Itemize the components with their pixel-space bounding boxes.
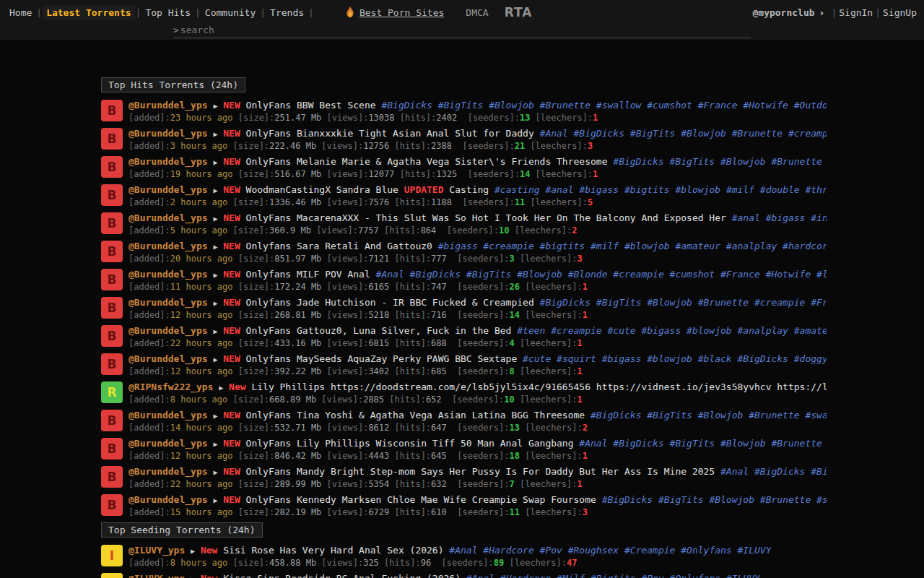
- channel-avatar[interactable]: B: [101, 156, 123, 178]
- hits-value: 777: [431, 254, 447, 264]
- hashtags[interactable]: #casting #anal #bigass #bigtits #blowjob…: [494, 184, 827, 195]
- torrent-title[interactable]: OnlyFans Gattouz0, Luna Silver, Fuck in …: [246, 325, 512, 336]
- hashtags[interactable]: #BigDicks #BigTits #Blowjob #Brunette #s…: [613, 156, 827, 167]
- added-value: 5 hours ago: [170, 225, 227, 236]
- channel-link[interactable]: @Burunddel_yps: [128, 410, 208, 420]
- views-value: 12756: [363, 141, 389, 151]
- channel-avatar[interactable]: B: [101, 438, 123, 460]
- channel-link[interactable]: @Burunddel_yps: [128, 128, 208, 139]
- hashtags[interactable]: #bigass #creampie #bigtits #milf #blowjo…: [438, 241, 827, 251]
- channel-avatar[interactable]: R: [101, 381, 123, 403]
- hashtags[interactable]: #teen #creampie #cute #bigass #blowjob #…: [517, 325, 827, 336]
- channel-avatar[interactable]: B: [101, 100, 123, 121]
- menu-item-top-hits[interactable]: Top Hits: [141, 6, 194, 20]
- channel-avatar[interactable]: B: [101, 325, 123, 347]
- channel-link[interactable]: @Burunddel_yps: [128, 156, 208, 167]
- hashtags[interactable]: #Anal #BigDicks #BigTits #Blowjob #Brune…: [579, 438, 827, 449]
- views-label: [views]:: [327, 197, 369, 207]
- channel-link[interactable]: @Burunddel_yps: [128, 438, 208, 449]
- channel-avatar[interactable]: B: [101, 297, 123, 319]
- torrent-title[interactable]: Kissa Sins Roadside BG Anal Fucking (202…: [223, 573, 461, 578]
- torrent-title[interactable]: Onlyfans MaySeeds AquaZay Perky PAWG BBC…: [246, 353, 518, 364]
- account-name[interactable]: @mypornclub: [752, 7, 814, 18]
- torrent-title[interactable]: OnlyFans Lily Phillips Wisconsin Tiff 50…: [246, 438, 574, 449]
- torrent-title[interactable]: OnlyFans Melanie Marie & Agatha Vega Sis…: [246, 156, 608, 167]
- dmca-link[interactable]: DMCA: [466, 7, 488, 18]
- channel-link[interactable]: @ILUVY_yps: [128, 573, 185, 578]
- channel-avatar[interactable]: B: [101, 184, 123, 206]
- channel-link[interactable]: @Burunddel_yps: [128, 212, 208, 223]
- views-value: 7757: [358, 225, 379, 236]
- best-porn-sites-link[interactable]: Best Porn Sites: [359, 7, 444, 18]
- hashtags[interactable]: #Anal #Hardcore #Milf #Bigtits #Pov #Onl…: [466, 573, 760, 578]
- torrent-title[interactable]: Onlyfans Jade Hutchison - IR BBC Fucked …: [246, 297, 534, 308]
- channel-avatar[interactable]: B: [101, 353, 123, 375]
- torrent-title[interactable]: OnlyFans Mandy Bright Step-mom Says Her …: [246, 466, 715, 477]
- torrent-row: I @ILUVY_yps ▶ New Sisi Rose Has Very Ha…: [101, 545, 827, 568]
- torrent-row-body: @ILUVY_yps ▶ New Sisi Rose Has Very Hard…: [128, 545, 771, 568]
- torrent-title[interactable]: OnlyFans Tina Yoshi & Agatha Vega Asian …: [246, 410, 585, 420]
- new-badge: NEW: [223, 325, 240, 336]
- hashtags[interactable]: #Anal #BigDicks #BigTits #Blowjob #Blond…: [376, 269, 827, 280]
- new-badge: NEW: [223, 410, 240, 420]
- channel-avatar[interactable]: B: [101, 466, 123, 488]
- menu-item-latest-torrents[interactable]: Latest Torrents: [43, 6, 134, 20]
- hashtags[interactable]: #BigDicks #BigTits #Blowjob #Brunette #s…: [602, 494, 827, 505]
- torrent-title[interactable]: Onlyfans MILF POV Anal: [246, 269, 370, 280]
- hits-label: [hits]:: [395, 451, 432, 461]
- torrent-title[interactable]: OnlyFans Kennedy Marksen Chloe Mae Wife …: [246, 494, 596, 505]
- channel-avatar[interactable]: B: [101, 241, 123, 262]
- channel-link[interactable]: @Burunddel_yps: [128, 494, 208, 505]
- channel-link[interactable]: @Burunddel_yps: [128, 269, 208, 280]
- hashtags[interactable]: #anal #bigass #interrac…: [732, 212, 827, 223]
- channel-link[interactable]: @Burunddel_yps: [128, 325, 208, 336]
- hashtags[interactable]: #BigDicks #BigTits #Blowjob #Brunette #s…: [381, 100, 827, 111]
- channel-avatar[interactable]: I: [101, 573, 123, 578]
- torrent-title[interactable]: Onlyfans Sara Retali And Gattouz0: [246, 241, 432, 251]
- hashtags[interactable]: #BigDicks #BigTits #Blowjob #Brunette #s…: [590, 410, 827, 420]
- torrent-title[interactable]: Sisi Rose Has Very Hard Anal Sex (2026): [223, 545, 443, 556]
- added-label: [added]:: [128, 338, 170, 348]
- channel-link[interactable]: @RIPNsfw222_yps: [128, 381, 213, 392]
- channel-avatar[interactable]: B: [101, 410, 123, 431]
- channel-link[interactable]: @Burunddel_yps: [128, 297, 208, 308]
- channel-avatar[interactable]: I: [101, 545, 123, 566]
- torrent-row-body: @Burunddel_yps ▶ NEW OnlyFans BBW Best S…: [128, 100, 827, 123]
- torrent-row: B @Burunddel_yps ▶ NEW Onlyfans Jade Hut…: [101, 297, 827, 320]
- added-label: [added]:: [128, 169, 170, 179]
- search-input[interactable]: [180, 25, 751, 35]
- torrent-title-line: @Burunddel_yps ▶ NEW OnlyFans BBW Best S…: [128, 100, 827, 112]
- hashtags[interactable]: #Anal #Hardcore #Pov #Roughsex #Creampie…: [449, 545, 771, 556]
- torrent-title[interactable]: Lily Phillips https://doodstream.com/e/l…: [251, 381, 827, 392]
- channel-link[interactable]: @Burunddel_yps: [128, 184, 208, 195]
- arrow-icon: ▶: [219, 384, 223, 392]
- hashtags[interactable]: #BigDicks #BigTits #Blowjob #Brunette #c…: [540, 297, 827, 308]
- channel-avatar[interactable]: B: [101, 212, 123, 234]
- torrent-title[interactable]: WoodmanCastingX Sandra Blue: [246, 184, 398, 195]
- torrent-title[interactable]: OnlyFans MacarenaXXX - This Slut Was So …: [246, 212, 726, 223]
- hashtags[interactable]: #Anal #BigDicks #BigTits …: [720, 466, 827, 477]
- channel-link[interactable]: @Burunddel_yps: [128, 466, 208, 477]
- channel-avatar[interactable]: B: [101, 494, 123, 516]
- hits-label: [hits]:: [395, 507, 432, 517]
- channel-link[interactable]: @ILUVY_yps: [128, 545, 185, 556]
- channel-link[interactable]: @Burunddel_yps: [128, 241, 208, 251]
- signup-link[interactable]: SignUp: [881, 7, 918, 18]
- torrent-title[interactable]: OnlyFans BBW Best Scene: [246, 100, 376, 111]
- channel-link[interactable]: @Burunddel_yps: [128, 353, 208, 364]
- hashtags[interactable]: #cute #squirt #bigass #blowjob #black #B…: [523, 353, 827, 364]
- channel-avatar[interactable]: B: [101, 269, 123, 290]
- chevron-right-icon[interactable]: ›: [819, 7, 825, 18]
- rta-logo: RTA: [505, 5, 533, 20]
- menu-item-community[interactable]: Community: [201, 6, 259, 20]
- size-value: 846.42 Mb: [274, 451, 321, 461]
- added-value: 12 hours ago: [170, 310, 233, 320]
- channel-avatar[interactable]: B: [101, 128, 123, 150]
- torrent-title[interactable]: Casting: [449, 184, 489, 195]
- menu-item-home[interactable]: Home: [6, 6, 35, 20]
- signin-link[interactable]: SignIn: [837, 7, 874, 18]
- hashtags[interactable]: #Anal #BigDicks #BigTits #Blowjob #Brune…: [540, 128, 827, 139]
- menu-item-trends[interactable]: Trends: [266, 6, 308, 20]
- channel-link[interactable]: @Burunddel_yps: [128, 100, 208, 111]
- torrent-title[interactable]: OnlyFans Bianxxxkie Tight Asian Anal Slu…: [246, 128, 534, 139]
